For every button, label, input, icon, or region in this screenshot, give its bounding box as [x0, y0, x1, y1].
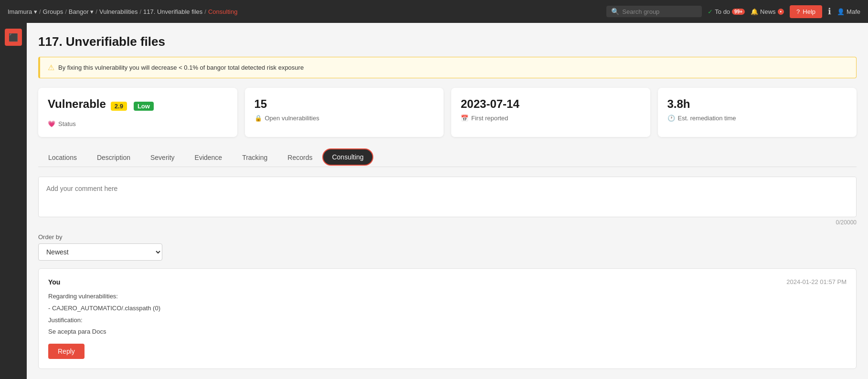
tab-evidence[interactable]: Evidence: [185, 148, 233, 167]
comment-body-line5: Se acepta para Docs: [48, 327, 847, 337]
breadcrumb-vulnerabilities[interactable]: Vulnerabilities: [99, 8, 138, 15]
breadcrumb-sep-5: /: [204, 8, 206, 15]
stat-label-open-vulns: 🔒 Open vulnerabilities: [254, 115, 434, 122]
warning-banner: ⚠ By fixing this vulnerability you will …: [38, 57, 857, 78]
warning-icon: ⚠: [48, 63, 54, 72]
score-badge: 2.9: [111, 102, 127, 111]
news-label: News: [760, 8, 776, 15]
help-button[interactable]: ? Help: [790, 5, 822, 18]
stat-label-status: 💗 Status: [48, 120, 228, 127]
comment-body-line1: Regarding vulnerabilities:: [48, 292, 847, 302]
comment-date: 2024-01-22 01:57 PM: [786, 278, 847, 285]
search-icon: 🔍: [611, 8, 619, 15]
consulting-content: 0/20000 Order by NewestOldest You 2024-0…: [38, 177, 857, 369]
comment-author: You: [48, 278, 60, 286]
breadcrumb-sep-2: /: [65, 8, 67, 15]
nav-right: 🔍 ✓ To do 99+ 🔔 News • ? Help ℹ 👤 Mafe: [606, 5, 860, 18]
user-icon: 👤: [837, 8, 845, 15]
stats-row: Vulnerable 2.9 Low 💗 Status 15 🔒 Open vu…: [38, 88, 857, 137]
warning-text: By fixing this vulnerability you will de…: [58, 64, 304, 71]
news-button[interactable]: 🔔 News •: [751, 8, 784, 15]
comment-body-line2: - CAJERO_AUTOMATICO/.classpath (0): [48, 304, 847, 314]
tab-description[interactable]: Description: [87, 148, 140, 167]
calendar-icon: 📅: [461, 115, 468, 122]
order-section: Order by NewestOldest: [38, 233, 857, 261]
comment-body: Regarding vulnerabilities: - CAJERO_AUTO…: [48, 292, 847, 337]
news-badge: •: [778, 9, 784, 15]
comment-textarea[interactable]: [39, 177, 856, 215]
tabs: LocationsDescriptionSeverityEvidenceTrac…: [38, 148, 857, 167]
stat-value-status: Vulnerable: [48, 97, 106, 111]
order-select[interactable]: NewestOldest: [38, 243, 162, 261]
tab-records[interactable]: Records: [277, 148, 322, 167]
todo-label: To do: [715, 8, 730, 15]
low-badge: Low: [134, 102, 154, 111]
tab-tracking[interactable]: Tracking: [232, 148, 277, 167]
breadcrumb-sep-4: /: [139, 8, 141, 15]
user-label: Mafe: [847, 8, 860, 15]
breadcrumb-bangor[interactable]: Bangor ▾: [69, 8, 94, 15]
stat-value-open-vulns: 15: [254, 97, 434, 111]
comment-body-line4: Justification:: [48, 316, 847, 326]
breadcrumb-active: Consulting: [208, 8, 237, 15]
breadcrumb: Imamura ▾ / Groups / Bangor ▾ / Vulnerab…: [8, 8, 601, 15]
search-box[interactable]: 🔍: [606, 6, 702, 17]
bell-icon: 🔔: [751, 8, 758, 15]
breadcrumb-vuln-number[interactable]: 117. Unverifiable files: [143, 8, 202, 15]
tab-locations[interactable]: Locations: [38, 148, 87, 167]
breadcrumb-sep-1: /: [39, 8, 41, 15]
clock-icon: 🕐: [667, 115, 675, 122]
checkmark-icon: ✓: [708, 8, 713, 15]
stat-card-open-vulns: 15 🔒 Open vulnerabilities: [245, 88, 444, 137]
stat-card-remediation: 3.8h 🕐 Est. remediation time: [658, 88, 857, 137]
comments-container: You 2024-01-22 01:57 PM Regarding vulner…: [38, 268, 857, 369]
stat-value-remediation: 3.8h: [667, 97, 847, 111]
search-input[interactable]: [622, 8, 697, 15]
stat-card-first-reported: 2023-07-14 📅 First reported: [451, 88, 650, 137]
reply-button[interactable]: Reply: [48, 344, 85, 359]
stat-card-status: Vulnerable 2.9 Low 💗 Status: [38, 88, 237, 137]
heart-icon: 💗: [48, 120, 55, 127]
tab-consulting[interactable]: Consulting: [322, 148, 373, 166]
todo-badge: 99+: [732, 9, 745, 15]
top-nav: Imamura ▾ / Groups / Bangor ▾ / Vulnerab…: [0, 0, 868, 23]
stat-value-first-reported: 2023-07-14: [461, 97, 641, 111]
help-icon: ?: [796, 8, 800, 15]
sidebar-logo-icon: ⬛: [9, 33, 18, 42]
lock-icon: 🔒: [254, 115, 262, 122]
stat-label-first-reported: 📅 First reported: [461, 115, 641, 122]
breadcrumb-imamura[interactable]: Imamura ▾: [8, 8, 37, 15]
main-content: 117. Unverifiable files ⚠ By fixing this…: [27, 23, 868, 379]
char-count: 0/20000: [38, 219, 857, 226]
todo-button[interactable]: ✓ To do 99+: [708, 8, 745, 15]
tab-severity[interactable]: Severity: [140, 148, 185, 167]
breadcrumb-groups[interactable]: Groups: [43, 8, 64, 15]
stat-label-remediation: 🕐 Est. remediation time: [667, 115, 847, 122]
sidebar-logo[interactable]: ⬛: [5, 29, 22, 46]
user-button[interactable]: 👤 Mafe: [837, 8, 860, 15]
comment-header: You 2024-01-22 01:57 PM: [48, 278, 847, 286]
comment-area[interactable]: [38, 177, 857, 217]
info-button[interactable]: ℹ: [828, 6, 831, 17]
help-label: Help: [803, 8, 815, 15]
sidebar: ⬛: [0, 23, 27, 379]
order-label: Order by: [38, 233, 857, 241]
comment-card: You 2024-01-22 01:57 PM Regarding vulner…: [38, 268, 857, 369]
page-title: 117. Unverifiable files: [38, 34, 857, 49]
breadcrumb-sep-3: /: [95, 8, 97, 15]
